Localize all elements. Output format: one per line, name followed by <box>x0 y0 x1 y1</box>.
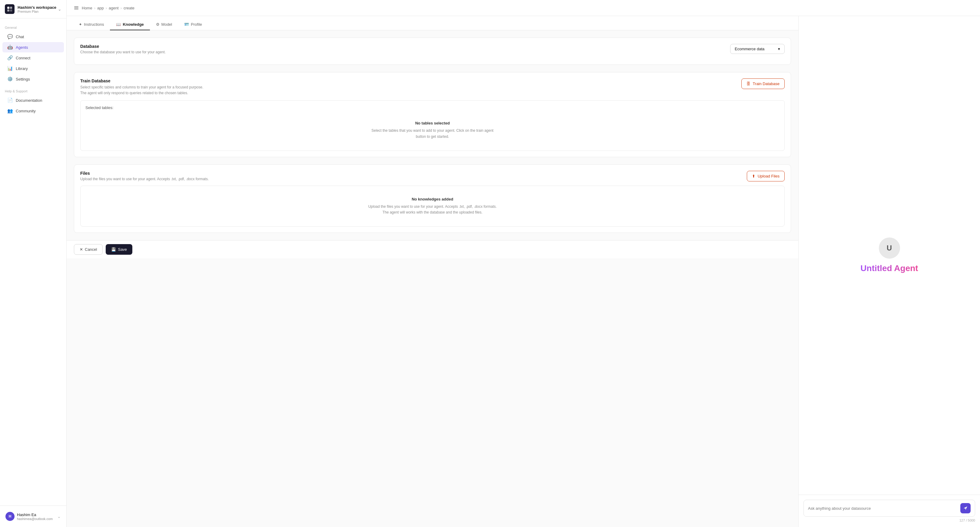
no-knowledge-state: No knowledges added Upload the files you… <box>85 191 780 221</box>
form-body: Database Choose the database you want to… <box>67 30 798 240</box>
save-button[interactable]: 💾 Save <box>106 244 132 255</box>
workspace-plan: Premium Plan <box>18 10 56 13</box>
footer-bar: ✕ Cancel 💾 Save <box>67 240 798 258</box>
no-knowledge-title: No knowledges added <box>85 197 780 201</box>
breadcrumb-app[interactable]: app <box>97 6 104 10</box>
sidebar-item-documentation[interactable]: 📄 Documentation <box>2 95 64 105</box>
sidebar-item-label: Library <box>16 66 28 71</box>
user-profile-row[interactable]: H Hashim Ea hashimea@outlook.com ⌄ <box>2 509 64 523</box>
user-name: Hashim Ea <box>17 513 53 517</box>
files-section-header: Files Upload the files you want to use f… <box>80 171 785 182</box>
no-tables-state: No tables selected Select the tables tha… <box>85 115 780 145</box>
knowledge-icon: 📖 <box>116 22 121 27</box>
upload-icon: ⬆ <box>752 174 755 178</box>
form-panel: ✦ Instructions 📖 Knowledge ⚙ Model 🪪 Pro… <box>67 16 798 527</box>
char-count: 127 / 5000 <box>803 519 975 522</box>
database-section: Database Choose the database you want to… <box>74 38 791 65</box>
upload-files-button[interactable]: ⬆ Upload Files <box>747 171 785 182</box>
files-section: Files Upload the files you want to use f… <box>74 164 791 233</box>
tab-instructions[interactable]: ✦ Instructions <box>73 19 110 30</box>
sidebar-item-label: Chat <box>16 35 24 39</box>
tab-label: Model <box>161 22 172 27</box>
database-dropdown[interactable]: Ecommerce data ▾ <box>730 44 785 54</box>
user-left: H Hashim Ea hashimea@outlook.com <box>5 512 53 521</box>
svg-rect-5 <box>74 8 78 8</box>
logo-icon <box>5 4 14 14</box>
files-title: Files <box>80 171 208 176</box>
files-desc: Upload the files you want to use for you… <box>80 177 208 181</box>
train-desc: Select specific tables and columns to tr… <box>80 84 207 96</box>
train-database-section: Train Database Select specific tables an… <box>74 72 791 157</box>
settings-icon: ⚙️ <box>7 76 13 82</box>
database-section-info: Database Choose the database you want to… <box>80 44 165 54</box>
train-icon: 🗄 <box>746 81 751 86</box>
svg-rect-2 <box>7 10 10 11</box>
tab-label: Profile <box>191 22 202 27</box>
agent-avatar: U <box>879 237 900 259</box>
tab-profile[interactable]: 🪪 Profile <box>178 19 208 30</box>
database-selected-value: Ecommerce data <box>735 47 764 51</box>
database-section-header: Database Choose the database you want to… <box>80 44 785 54</box>
sidebar-item-chat[interactable]: 💬 Chat <box>2 32 64 42</box>
workspace-logo: Hashim's workspace Premium Plan <box>5 4 56 14</box>
tables-box-label: Selected tables: <box>85 105 780 110</box>
agents-icon: 🤖 <box>7 45 13 50</box>
sidebar: Hashim's workspace Premium Plan ⌄ Genera… <box>0 0 67 527</box>
cancel-icon: ✕ <box>80 247 83 252</box>
help-section-label: Help & Support <box>0 84 66 95</box>
chat-input-area: 127 / 5000 <box>799 495 980 527</box>
selected-tables-box: Selected tables: No tables selected Sele… <box>80 100 785 151</box>
tab-knowledge[interactable]: 📖 Knowledge <box>110 19 150 30</box>
sidebar-item-label: Connect <box>16 56 30 60</box>
sidebar-item-settings[interactable]: ⚙️ Settings <box>2 74 64 84</box>
sidebar-toggle-button[interactable]: ⌄ <box>58 7 62 11</box>
connect-icon: 🔗 <box>7 55 13 61</box>
chat-send-button[interactable] <box>960 503 970 513</box>
workspace-info: Hashim's workspace Premium Plan <box>18 5 56 13</box>
preview-body: U Untitled Agent <box>799 16 980 495</box>
sidebar-item-agents[interactable]: 🤖 Agents <box>2 42 64 53</box>
sidebar-header: Hashim's workspace Premium Plan ⌄ <box>0 0 66 19</box>
tab-label: Knowledge <box>123 22 143 27</box>
train-section-header: Train Database Select specific tables an… <box>80 78 785 96</box>
sidebar-item-community[interactable]: 👥 Community <box>2 106 64 116</box>
tab-label: Instructions <box>84 22 104 27</box>
files-section-info: Files Upload the files you want to use f… <box>80 171 208 181</box>
sidebar-item-label: Settings <box>16 77 30 81</box>
agent-name: Untitled Agent <box>861 263 918 273</box>
content-area: ✦ Instructions 📖 Knowledge ⚙ Model 🪪 Pro… <box>67 16 980 527</box>
breadcrumb-agent[interactable]: agent <box>109 6 119 10</box>
instructions-icon: ✦ <box>79 22 82 27</box>
chevron-down-icon: ⌄ <box>57 514 61 519</box>
files-empty-box: No knowledges added Upload the files you… <box>80 186 785 226</box>
sidebar-item-library[interactable]: 📊 Library <box>2 63 64 73</box>
train-title: Train Database <box>80 78 207 83</box>
sidebar-item-connect[interactable]: 🔗 Connect <box>2 53 64 63</box>
model-icon: ⚙ <box>156 22 160 27</box>
chat-icon: 💬 <box>7 34 13 39</box>
sidebar-item-label: Community <box>16 109 36 113</box>
sidebar-bottom: H Hashim Ea hashimea@outlook.com ⌄ <box>0 505 66 527</box>
chat-input[interactable] <box>808 506 957 511</box>
sidebar-toggle-icon[interactable] <box>73 4 80 11</box>
cancel-button[interactable]: ✕ Cancel <box>74 244 103 255</box>
user-info: Hashim Ea hashimea@outlook.com <box>17 513 53 521</box>
breadcrumb-home[interactable]: Home <box>82 6 92 10</box>
avatar: H <box>5 512 14 521</box>
no-tables-desc: Select the tables that you want to add t… <box>85 128 780 139</box>
train-database-button[interactable]: 🗄 Train Database <box>741 78 785 89</box>
chevron-down-icon: ▾ <box>778 47 780 51</box>
cancel-label: Cancel <box>85 247 97 252</box>
documentation-icon: 📄 <box>7 97 13 103</box>
database-desc: Choose the database you want to use for … <box>80 50 165 54</box>
workspace-name: Hashim's workspace <box>18 5 56 10</box>
no-tables-title: No tables selected <box>85 121 780 126</box>
svg-rect-3 <box>10 10 12 11</box>
no-knowledge-desc: Upload the files you want to use for you… <box>85 204 780 215</box>
library-icon: 📊 <box>7 66 13 71</box>
svg-rect-1 <box>10 7 12 9</box>
main-content: Home › app › agent › create ✦ Instructio… <box>67 0 980 527</box>
tab-model[interactable]: ⚙ Model <box>150 19 178 30</box>
community-icon: 👥 <box>7 108 13 113</box>
breadcrumb-create[interactable]: create <box>124 6 134 10</box>
